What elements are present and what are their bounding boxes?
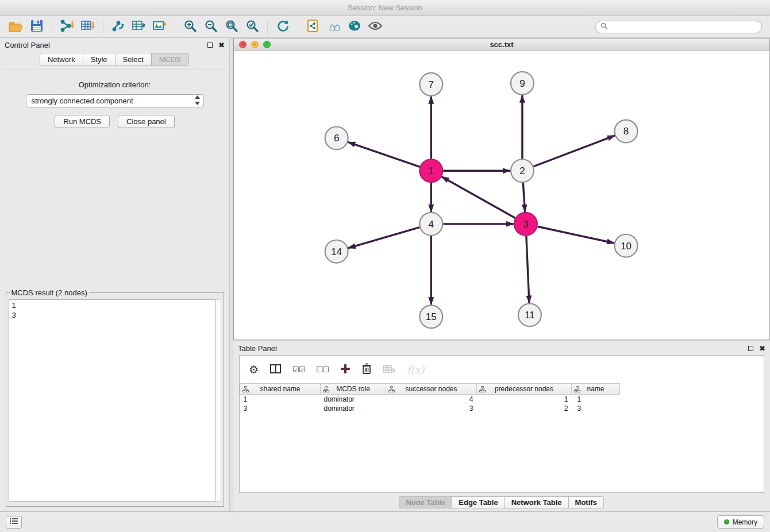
column-label: predecessor nodes [495, 385, 553, 393]
zoom-in-button[interactable] [180, 18, 201, 36]
toolbar-separator [103, 20, 103, 34]
float-table-panel-icon[interactable] [748, 346, 753, 351]
column-header-filler [620, 384, 764, 395]
tab-style[interactable]: Style [83, 53, 116, 66]
visibility-button[interactable] [365, 18, 386, 36]
panel-divider[interactable] [229, 38, 233, 511]
edge-1-6[interactable] [348, 142, 419, 167]
open-session-button[interactable] [6, 18, 26, 36]
tab-network[interactable]: Network [40, 53, 83, 66]
edge-2-8[interactable] [534, 136, 615, 167]
graph-node-1[interactable]: 1 [419, 159, 442, 182]
tab-motifs[interactable]: Motifs [568, 496, 604, 508]
graph-node-6[interactable]: 6 [325, 126, 348, 149]
table-settings-button[interactable]: ⚙ [249, 361, 259, 378]
edge-4-14[interactable] [348, 228, 419, 248]
svg-text:8: 8 [623, 126, 629, 137]
network-canvas[interactable]: 7968124314101511 [234, 51, 769, 340]
tab-select[interactable]: Select [115, 53, 152, 66]
column-header-name[interactable]: name [572, 384, 620, 395]
graph-node-2[interactable]: 2 [511, 159, 534, 182]
graph-node-3[interactable]: 3 [514, 213, 537, 236]
tab-network-table[interactable]: Network Table [505, 496, 569, 508]
tab-mcds[interactable]: MCDS [151, 53, 189, 66]
column-header-shared-name[interactable]: shared name [240, 384, 321, 395]
result-item[interactable]: 1 [12, 300, 212, 310]
result-scrollbar[interactable] [215, 299, 221, 502]
table-cell: dominator [321, 395, 386, 404]
document-share-button[interactable] [303, 18, 324, 36]
mcds-result-title: MCDS result (2 nodes) [10, 288, 89, 297]
float-panel-icon[interactable] [207, 43, 213, 48]
graph-node-11[interactable]: 11 [518, 303, 541, 326]
memory-button[interactable]: Memory [717, 515, 764, 529]
edge-3-1[interactable] [442, 176, 515, 218]
tab-node-table[interactable]: Node Table [399, 496, 452, 508]
edge-2-3[interactable] [523, 183, 525, 212]
export-image-button[interactable] [149, 18, 170, 36]
graph-node-9[interactable]: 9 [511, 72, 534, 95]
node-table: shared nameMCDS rolesuccessor nodesprede… [240, 383, 764, 413]
delete-column-button[interactable] [362, 361, 371, 378]
control-panel: Control Panel ✖ NetworkStyleSelectMCDS O… [0, 38, 229, 511]
column-header-predecessor-nodes[interactable]: predecessor nodes [477, 384, 572, 395]
control-panel-header: Control Panel ✖ [0, 38, 229, 52]
zoom-fit-button[interactable] [221, 18, 242, 36]
edge-3-10[interactable] [537, 226, 614, 243]
run-mcds-button[interactable]: Run MCDS [55, 115, 110, 128]
export-table-button[interactable] [129, 18, 149, 36]
refresh-view-button[interactable] [272, 18, 293, 36]
optimization-dropdown[interactable]: strongly connected component [26, 94, 204, 107]
search-input[interactable] [611, 22, 757, 31]
edge-3-11[interactable] [526, 236, 529, 303]
zoom-window-button[interactable]: + [263, 41, 271, 48]
export-network-button[interactable] [108, 18, 129, 36]
import-table-icon [80, 19, 95, 34]
zoom-selected-button[interactable] [242, 18, 263, 36]
function-builder-button[interactable]: f(x) [407, 361, 425, 378]
close-panel-icon[interactable]: ✖ [218, 41, 225, 49]
neighbors-button[interactable]: ⌂⌂ [324, 18, 344, 36]
graph-node-4[interactable]: 4 [419, 213, 442, 236]
zoom-selected-icon [245, 19, 259, 34]
columns-icon [270, 364, 281, 376]
control-panel-tabs: NetworkStyleSelectMCDS [0, 52, 229, 66]
close-window-button[interactable]: × [239, 41, 247, 48]
select-all-columns-button[interactable]: ☑☑ [292, 361, 305, 378]
eye-icon [368, 21, 383, 33]
column-label: successor nodes [405, 385, 457, 393]
column-header-mcds-role[interactable]: MCDS role [321, 384, 386, 395]
column-header-successor-nodes[interactable]: successor nodes [386, 384, 477, 395]
svg-text:4: 4 [429, 219, 434, 230]
tab-edge-table[interactable]: Edge Table [452, 496, 505, 508]
unselect-all-columns-button[interactable]: ☐☐ [316, 361, 328, 378]
svg-text:10: 10 [621, 241, 632, 252]
table-panel-content: ⚙ ☑☑ ☐☐ [239, 355, 764, 493]
unchecked-boxes-icon: ☐☐ [316, 365, 328, 374]
show-columns-button[interactable] [270, 361, 281, 378]
table-row[interactable]: 1dominator411 [240, 395, 764, 404]
save-session-button[interactable] [26, 18, 47, 36]
delete-table-button[interactable] [383, 361, 395, 378]
graph-node-10[interactable]: 10 [615, 234, 638, 257]
close-table-panel-icon[interactable]: ✖ [759, 345, 765, 352]
minimize-window-button[interactable]: − [251, 41, 259, 48]
refresh-icon [276, 19, 290, 34]
mcds-panel: Optimization criterion: strongly connect… [2, 70, 227, 511]
graph-node-15[interactable]: 15 [419, 305, 442, 328]
graph-node-7[interactable]: 7 [419, 73, 442, 96]
graph-node-8[interactable]: 8 [615, 119, 638, 142]
chevron-up-down-icon [195, 95, 200, 107]
result-item[interactable]: 3 [12, 310, 212, 320]
style-palette-button[interactable] [344, 18, 365, 36]
search-field[interactable] [595, 21, 762, 33]
search-icon [600, 22, 608, 32]
add-column-button[interactable] [340, 361, 351, 378]
close-panel-button[interactable]: Close panel [118, 115, 175, 128]
table-row[interactable]: 3dominator323 [240, 404, 764, 413]
import-network-button[interactable] [57, 18, 78, 36]
import-table-button[interactable] [78, 18, 98, 36]
status-menu-button[interactable] [6, 516, 22, 529]
graph-node-14[interactable]: 14 [325, 240, 348, 263]
zoom-out-button[interactable] [201, 18, 221, 36]
